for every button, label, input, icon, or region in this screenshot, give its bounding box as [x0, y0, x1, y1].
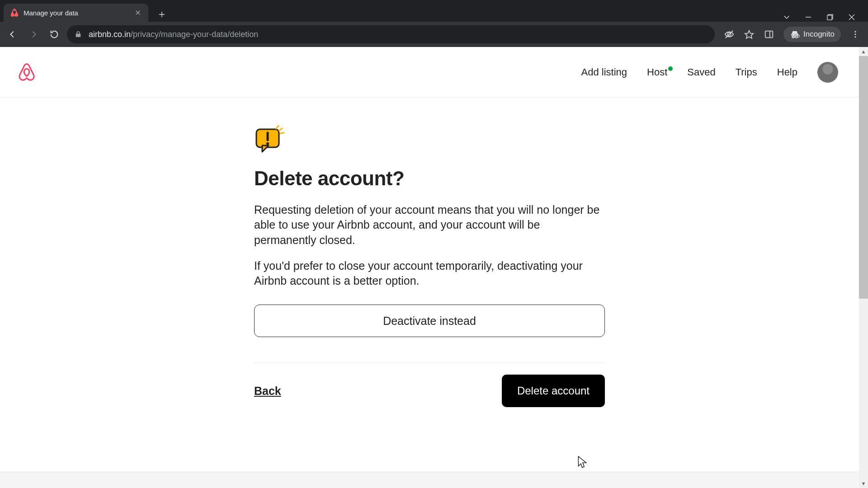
browser-chrome: Manage your data: [0, 0, 868, 47]
browser-tab-strip: Manage your data: [0, 0, 868, 22]
browser-tab-title: Manage your data: [24, 9, 129, 17]
avatar[interactable]: [817, 62, 838, 83]
tracking-blocked-icon[interactable]: [724, 29, 735, 40]
footer-actions: Back Delete account: [254, 375, 605, 407]
back-link[interactable]: Back: [254, 385, 281, 398]
page-title: Delete account?: [254, 167, 605, 190]
notification-dot-icon: [668, 66, 673, 71]
nav-host[interactable]: Host: [647, 66, 667, 78]
svg-point-15: [795, 36, 797, 38]
svg-point-22: [266, 142, 269, 145]
svg-point-16: [854, 31, 856, 33]
nav-help[interactable]: Help: [777, 66, 797, 78]
main-content: Delete account? Requesting deletion of y…: [0, 98, 859, 472]
browser-tab[interactable]: Manage your data: [4, 4, 148, 22]
browser-menu-icon[interactable]: [850, 29, 861, 40]
site-nav: Add listing Host Saved Trips Help: [581, 62, 838, 83]
new-tab-button[interactable]: [155, 7, 169, 22]
paragraph-1: Requesting deletion of your account mean…: [254, 202, 605, 248]
airbnb-favicon-icon: [10, 8, 19, 17]
maximize-window-button[interactable]: [826, 13, 835, 22]
reload-button[interactable]: [46, 26, 62, 42]
lock-icon: [74, 30, 82, 38]
nav-host-label: Host: [647, 66, 667, 78]
bookmark-icon[interactable]: [744, 29, 755, 40]
address-bar[interactable]: airbnb.co.in/privacy/manage-your-data/de…: [67, 25, 715, 43]
toolbar-right: Incognito: [719, 27, 863, 42]
side-panel-icon[interactable]: [764, 29, 774, 40]
svg-line-23: [276, 126, 278, 129]
warning-speech-bubble-icon: [254, 123, 287, 155]
vertical-scrollbar[interactable]: ▲ ▼: [859, 47, 868, 488]
url-text: airbnb.co.in/privacy/manage-your-data/de…: [89, 30, 708, 39]
back-button[interactable]: [5, 26, 21, 42]
svg-marker-20: [262, 145, 269, 152]
window-controls: [782, 13, 864, 22]
delete-account-card: Delete account? Requesting deletion of y…: [254, 123, 605, 472]
scrollbar-thumb[interactable]: [859, 56, 868, 299]
svg-line-25: [280, 133, 284, 133]
minimize-window-button[interactable]: [804, 13, 813, 22]
page: Add listing Host Saved Trips Help: [0, 47, 859, 488]
svg-point-17: [854, 33, 856, 35]
paragraph-2: If you'd prefer to close your account te…: [254, 258, 605, 289]
nav-saved[interactable]: Saved: [687, 66, 715, 78]
nav-trips[interactable]: Trips: [736, 66, 757, 78]
nav-add-listing[interactable]: Add listing: [581, 66, 627, 78]
airbnb-logo[interactable]: [17, 62, 36, 83]
incognito-indicator: Incognito: [783, 27, 841, 42]
close-tab-icon[interactable]: [134, 9, 142, 17]
forward-button[interactable]: [25, 26, 42, 42]
site-header: Add listing Host Saved Trips Help: [0, 47, 859, 98]
delete-account-button[interactable]: Delete account: [502, 375, 605, 407]
scroll-down-arrow-icon[interactable]: ▼: [859, 479, 868, 488]
browser-toolbar: airbnb.co.in/privacy/manage-your-data/de…: [0, 22, 868, 47]
incognito-label: Incognito: [803, 30, 835, 39]
page-viewport: Add listing Host Saved Trips Help: [0, 47, 868, 488]
svg-line-24: [279, 128, 282, 131]
svg-point-18: [854, 36, 856, 38]
svg-rect-12: [765, 31, 773, 38]
close-window-button[interactable]: [847, 13, 856, 22]
tab-search-icon[interactable]: [782, 13, 791, 22]
scroll-up-arrow-icon[interactable]: ▲: [859, 47, 868, 56]
deactivate-instead-button[interactable]: Deactivate instead: [254, 305, 605, 337]
divider: [254, 362, 605, 363]
svg-rect-6: [827, 15, 832, 20]
page-bottom-bar: [0, 472, 859, 488]
svg-marker-11: [745, 31, 753, 38]
